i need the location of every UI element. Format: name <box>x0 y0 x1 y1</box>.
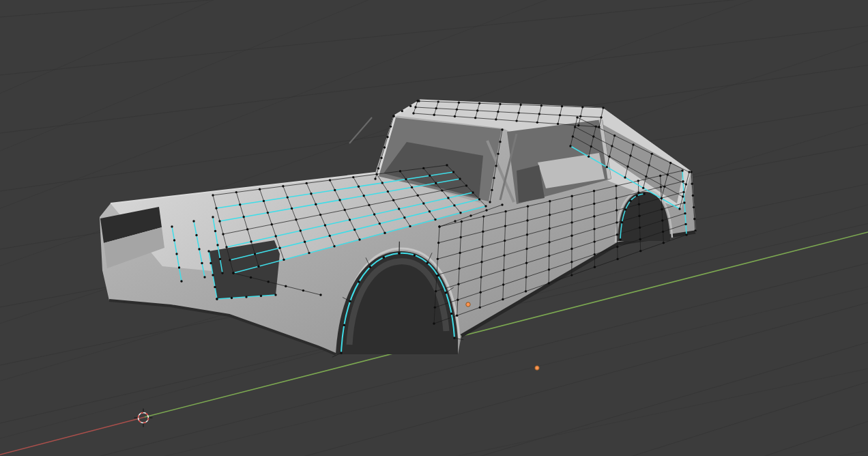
object-origin-dot[interactable] <box>466 302 470 307</box>
viewport-canvas[interactable] <box>0 0 868 456</box>
object-origin-dot[interactable] <box>535 366 539 370</box>
blender-3d-viewport[interactable] <box>0 0 868 456</box>
